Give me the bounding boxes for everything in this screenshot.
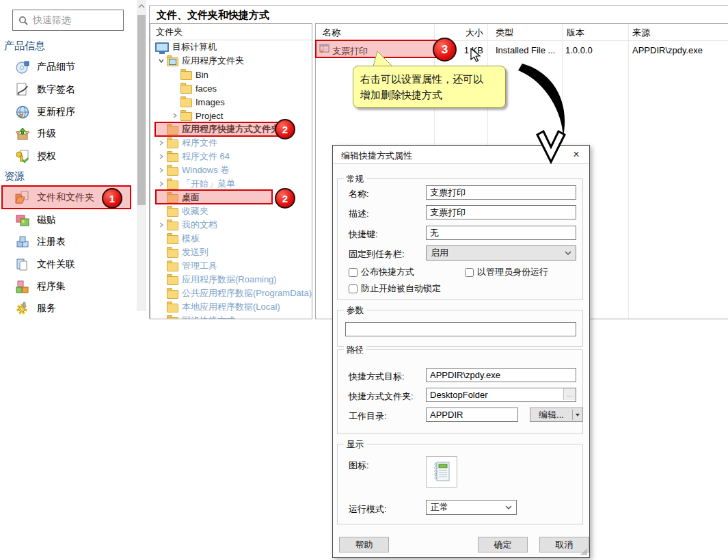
column-header-source[interactable]: 来源 xyxy=(632,27,650,39)
help-button[interactable]: 帮助 xyxy=(339,537,389,552)
product-details-disc-icon xyxy=(14,59,31,75)
checkbox-icon[interactable] xyxy=(465,268,474,277)
chevron-collapsed-icon[interactable] xyxy=(156,137,167,148)
tree-item-windows-volume[interactable]: Windows 卷 xyxy=(150,163,312,177)
tree-item-bin[interactable]: Bin xyxy=(150,68,312,81)
tree-item-appdata-local[interactable]: 本地应用程序数据(Local) xyxy=(150,300,312,314)
chevron-collapsed-icon[interactable] xyxy=(170,110,180,121)
column-header-type[interactable]: 类型 xyxy=(496,27,513,39)
sidebar-item-services[interactable]: 服务 xyxy=(0,299,137,317)
folder-icon xyxy=(180,98,192,107)
step-badge-1: 1 xyxy=(102,188,122,209)
folder-icon xyxy=(167,139,178,148)
scrollbar-up-arrow-icon[interactable] xyxy=(137,1,146,11)
working-dir-field[interactable] xyxy=(426,408,518,422)
search-input[interactable]: 快速筛选 xyxy=(12,10,124,31)
callout-tail xyxy=(368,51,395,67)
tree-item-faces[interactable]: faces xyxy=(150,81,312,95)
chevron-expanded-icon[interactable] xyxy=(156,55,167,66)
hotkey-field[interactable] xyxy=(426,226,576,240)
chevron-collapsed-icon[interactable] xyxy=(156,165,167,176)
services-gear-icon xyxy=(14,300,31,317)
sidebar-item-file-associations[interactable]: 文件关联 xyxy=(0,255,137,274)
registry-icon xyxy=(14,234,31,250)
tree-item-target-computer[interactable]: 目标计算机 xyxy=(150,40,312,54)
app-folder-icon xyxy=(167,57,178,66)
name-field[interactable] xyxy=(426,185,576,200)
sidebar-item-product-details[interactable]: 产品细节 xyxy=(0,57,137,76)
prevent-autopin-checkbox[interactable]: 防止开始被自动锁定 xyxy=(349,282,441,295)
hotkey-label: 快捷键: xyxy=(349,228,378,241)
sidebar-item-upgrade[interactable]: 升级 xyxy=(0,124,137,143)
run-as-admin-checkbox[interactable]: 以管理员身份运行 xyxy=(465,266,548,278)
ok-button[interactable]: 确定 xyxy=(478,537,528,552)
sidebar-item-assemblies[interactable]: 程序集 xyxy=(0,277,137,295)
group-parameters-legend: 参数 xyxy=(344,305,366,317)
column-divider xyxy=(628,24,629,319)
group-general: 常规 名称: 描述: 快捷键: 固定到任务栏: 启用 公布快捷方式 以管理员身份… xyxy=(337,178,583,300)
checkbox-icon[interactable] xyxy=(349,284,358,293)
folder-icon xyxy=(167,276,178,285)
chevron-collapsed-icon[interactable] xyxy=(156,219,167,230)
sidebar-item-updater[interactable]: 更新程序 xyxy=(0,103,137,121)
shortcut-folder-label: 快捷方式文件夹: xyxy=(349,390,414,403)
folder-icon xyxy=(167,153,178,162)
shortcut-target-field[interactable] xyxy=(426,368,576,382)
browse-button[interactable]: ... xyxy=(563,388,576,400)
tree-item-app-folder[interactable]: 应用程序文件夹 xyxy=(150,54,312,68)
license-key-icon xyxy=(14,148,31,165)
edit-split-button[interactable]: 编辑... xyxy=(530,408,583,422)
folder-icon xyxy=(167,235,178,244)
callout-text-line1: 右击可以设置属性，还可以 xyxy=(360,71,498,87)
shortcut-icon-button[interactable] xyxy=(426,456,457,488)
group-display-legend: 显示 xyxy=(344,439,366,451)
tree-item-templates[interactable]: 模板 xyxy=(150,232,312,245)
column-header-version[interactable]: 版本 xyxy=(567,27,584,39)
column-header-name[interactable]: 名称 xyxy=(323,27,340,39)
tree-item-send-to[interactable]: 发送到 xyxy=(150,245,312,259)
edit-button-label: 编辑... xyxy=(530,409,572,421)
tree-item-program-files-64[interactable]: 程序文件 64 xyxy=(150,150,312,163)
folder-icon xyxy=(180,71,192,80)
checkbox-icon[interactable] xyxy=(349,268,358,277)
tree-item-admin-tools[interactable]: 管理工具 xyxy=(150,259,312,273)
folder-icon xyxy=(180,85,192,94)
tree-body: 目标计算机 应用程序文件夹 Bin faces Images Project 应… xyxy=(150,40,312,319)
working-dir-label: 工作目录: xyxy=(349,410,387,423)
row-type: Installed File ... xyxy=(496,45,555,55)
chevron-collapsed-icon[interactable] xyxy=(156,151,167,162)
sidebar-item-digital-signature[interactable]: 数字签名 xyxy=(0,80,137,98)
upgrade-box-icon xyxy=(14,126,31,142)
folder-icon xyxy=(167,317,178,320)
tree-item-my-documents[interactable]: 我的文档 xyxy=(150,218,312,232)
pin-to-taskbar-dropdown[interactable]: 启用 xyxy=(426,245,576,261)
pin-to-taskbar-value: 启用 xyxy=(431,247,448,259)
assembly-icon xyxy=(14,278,31,295)
tree-item-network-shortcuts[interactable]: 网络快捷方式 xyxy=(150,314,312,319)
row-version: 1.0.0.0 xyxy=(565,45,593,55)
publish-shortcut-checkbox[interactable]: 公布快捷方式 xyxy=(349,266,414,278)
resize-grip[interactable] xyxy=(580,548,587,555)
description-field[interactable] xyxy=(426,205,576,219)
folder-icon xyxy=(180,112,192,121)
folder-icon xyxy=(167,167,178,176)
shortcut-folder-field[interactable] xyxy=(426,388,576,402)
chevron-collapsed-icon[interactable] xyxy=(156,178,167,189)
scrollbar-thumb[interactable] xyxy=(137,15,146,205)
name-label: 名称: xyxy=(349,188,369,200)
sidebar-item-registry[interactable]: 注册表 xyxy=(0,232,137,251)
tree-item-programdata[interactable]: 公共应用程序数据(ProgramData) xyxy=(150,286,312,300)
parameters-field[interactable] xyxy=(345,322,576,336)
search-icon xyxy=(18,16,28,25)
sidebar-item-licensing[interactable]: 授权 xyxy=(0,147,137,165)
run-mode-dropdown[interactable]: 正常 xyxy=(426,500,517,515)
sidebar-item-label: 升级 xyxy=(37,128,56,140)
tree-item-appdata-roaming[interactable]: 应用程序数据(Roaming) xyxy=(150,273,312,286)
tree-item-images[interactable]: Images xyxy=(150,95,312,109)
dropdown-arrow-icon[interactable] xyxy=(573,413,582,417)
sidebar-item-label: 更新程序 xyxy=(37,106,75,118)
row-source: APPDIR\zpdy.exe xyxy=(632,45,703,55)
updater-globe-icon xyxy=(14,104,31,120)
step-badge-3: 3 xyxy=(433,38,457,62)
sidebar-item-tiles[interactable]: 磁贴 xyxy=(0,211,137,229)
